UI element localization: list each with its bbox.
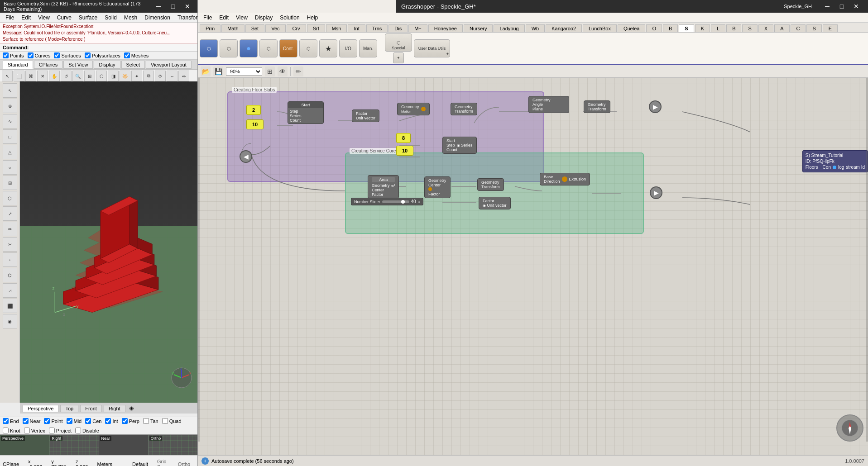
- tool-mirror[interactable]: ⇔: [178, 71, 189, 81]
- rtab-honeybee[interactable]: Honeybee: [428, 24, 463, 32]
- osnap-near-check[interactable]: [23, 418, 29, 424]
- rtab-set[interactable]: Set: [245, 24, 265, 32]
- gh-menu-view[interactable]: View: [232, 13, 251, 22]
- num-box-8[interactable]: 8: [396, 133, 411, 143]
- canvas-left-edge[interactable]: [198, 78, 200, 442]
- gh-menu-help[interactable]: Help: [303, 13, 322, 22]
- arrow-btn-right2[interactable]: ▶: [650, 186, 662, 199]
- filter-meshes[interactable]: Meshes: [124, 52, 149, 58]
- rtab-b[interactable]: B: [663, 24, 678, 32]
- grid-snap[interactable]: Grid Snap: [157, 459, 169, 466]
- tab-standard[interactable]: Standard: [3, 61, 33, 69]
- rtab-kangaroo[interactable]: Kangaroo2: [546, 24, 582, 32]
- osnap-int[interactable]: Int: [105, 418, 118, 424]
- speckle-stream-panel[interactable]: S) Stream_Tutorial ID: PfSQ-ilpFk Floors…: [802, 150, 868, 172]
- canvas-right-edge[interactable]: [866, 78, 868, 442]
- filter-meshes-check[interactable]: [124, 52, 130, 58]
- rtab-lunchbox[interactable]: LunchBox: [583, 24, 617, 32]
- left-tool-12[interactable]: ◦: [3, 252, 17, 267]
- arrow-btn-right1[interactable]: ▶: [649, 100, 662, 113]
- osnap-vertex[interactable]: Vertex: [24, 428, 45, 433]
- left-tool-2[interactable]: ⊕: [3, 99, 17, 113]
- osnap-tan-check[interactable]: [143, 418, 149, 424]
- tool-open[interactable]: 📂: [201, 67, 211, 76]
- filter-polysurfaces[interactable]: Polysurfaces: [85, 52, 120, 58]
- osnap-disable-check[interactable]: [75, 428, 81, 433]
- rtab-nursery[interactable]: Nursery: [464, 24, 493, 32]
- tab-viewport-layout[interactable]: Viewport Layout: [146, 61, 192, 69]
- rhino-viewport[interactable]: Perspective ▼: [20, 81, 197, 403]
- osnap-disable[interactable]: Disable: [75, 428, 99, 433]
- tab-cplanes[interactable]: CPlanes: [34, 61, 63, 69]
- rtab-srf[interactable]: Srf: [307, 24, 325, 32]
- rtab-e[interactable]: E: [823, 24, 838, 32]
- gh-minimize-btn[interactable]: ─: [821, 0, 834, 13]
- rhino-maximize-btn[interactable]: □: [167, 0, 179, 13]
- osnap-knot-check[interactable]: [3, 428, 9, 433]
- rtab-l2[interactable]: L: [711, 24, 725, 32]
- rtab-int[interactable]: Int: [348, 24, 365, 32]
- tool-wire[interactable]: ⬡: [96, 71, 107, 81]
- osnap-perp[interactable]: Perp: [122, 418, 139, 424]
- menu-solid[interactable]: Solid: [101, 13, 120, 22]
- left-tool-8[interactable]: ⬡: [3, 191, 17, 205]
- tab-display[interactable]: Display: [94, 61, 120, 69]
- left-tool-14[interactable]: ⊿: [3, 283, 17, 298]
- menu-curve[interactable]: Curve: [53, 13, 75, 22]
- osnap-knot[interactable]: Knot: [3, 428, 20, 433]
- num-box-2[interactable]: 2: [246, 105, 261, 115]
- ortho-toggle[interactable]: Ortho: [178, 461, 191, 466]
- gh-maximize-btn[interactable]: □: [835, 0, 848, 13]
- osnap-quad-check[interactable]: [162, 418, 168, 424]
- tool-move[interactable]: ✦: [131, 71, 142, 81]
- osnap-int-check[interactable]: [105, 418, 111, 424]
- osnap-cen-check[interactable]: [85, 418, 91, 424]
- osnap-point-check[interactable]: [44, 418, 50, 424]
- left-tool-11[interactable]: ✂: [3, 237, 17, 252]
- gh-menu-solution[interactable]: Solution: [276, 13, 303, 22]
- rtab-ladybug[interactable]: Ladybug: [494, 24, 524, 32]
- mini-near[interactable]: Near: [99, 435, 149, 455]
- tool-rotate[interactable]: ↺: [61, 71, 72, 81]
- mini-right[interactable]: Right: [49, 435, 99, 455]
- filter-curves-check[interactable]: [28, 52, 34, 58]
- tab-set-view[interactable]: Set View: [63, 61, 93, 69]
- osnap-tan[interactable]: Tan: [143, 418, 158, 424]
- node-area-centroid[interactable]: Area Geometry m² Center Factor: [368, 175, 399, 199]
- ribbon-cont[interactable]: ⬡: [200, 39, 218, 57]
- slider-thumb[interactable]: [401, 200, 405, 204]
- rtab-s3[interactable]: S: [806, 24, 821, 32]
- node-series-1[interactable]: Start StepSeriesCount: [288, 101, 324, 124]
- left-tool-15[interactable]: ⬛: [3, 299, 17, 313]
- arrow-btn-left[interactable]: ◀: [240, 150, 252, 163]
- ribbon-special[interactable]: ⬡ Special: [385, 33, 412, 52]
- osnap-project-check[interactable]: [49, 428, 55, 433]
- left-tool-16[interactable]: ◉: [3, 314, 17, 328]
- num-box-10[interactable]: 10: [246, 119, 264, 129]
- left-tool-6[interactable]: ○: [3, 160, 17, 175]
- left-tool-3[interactable]: ∿: [3, 114, 17, 128]
- tool-select[interactable]: ↖: [2, 71, 13, 81]
- rhino-minimize-btn[interactable]: ─: [152, 0, 165, 13]
- node-num-slider[interactable]: Number Slider 40 ○: [351, 198, 423, 205]
- tool-select-window[interactable]: ⬜: [14, 71, 24, 81]
- rtab-c[interactable]: C: [791, 24, 806, 32]
- rtab-x[interactable]: X: [758, 24, 773, 32]
- rtab-quelea[interactable]: Quelea: [618, 24, 645, 32]
- node-geom-angle-plane[interactable]: Geometry Angle Plane: [528, 96, 569, 113]
- rtab-s[interactable]: S: [679, 24, 694, 32]
- node-geom-transform1[interactable]: Geometry Transform: [451, 103, 477, 115]
- gh-canvas[interactable]: Creating Floor Slabs Creating Service Co…: [198, 78, 868, 455]
- rtab-trns[interactable]: Trns: [366, 24, 388, 32]
- num-box-10b[interactable]: 10: [396, 146, 413, 156]
- rtab-o[interactable]: O: [646, 24, 662, 32]
- left-tool-5[interactable]: △: [3, 145, 17, 159]
- ribbon-man[interactable]: Man.: [359, 39, 377, 57]
- vp-tab-front[interactable]: Front: [80, 405, 102, 412]
- ribbon-special-sub1[interactable]: +: [393, 52, 404, 63]
- tool-pan[interactable]: ✋: [49, 71, 60, 81]
- menu-surface[interactable]: Surface: [75, 13, 101, 22]
- osnap-perp-check[interactable]: [122, 418, 128, 424]
- ribbon-s-circle[interactable]: ●: [240, 39, 258, 57]
- gh-menu-display[interactable]: Display: [251, 13, 276, 22]
